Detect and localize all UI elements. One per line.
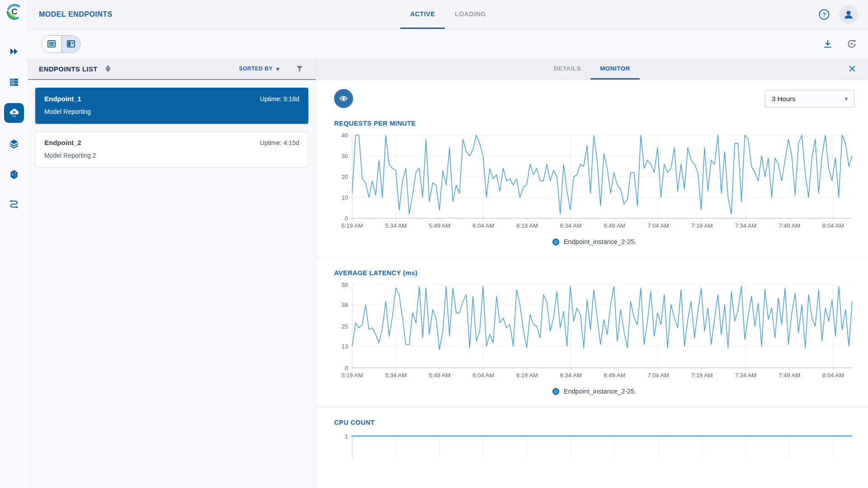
sidebar-item-models[interactable] bbox=[4, 164, 24, 184]
svg-text:6:34 AM: 6:34 AM bbox=[560, 222, 582, 229]
svg-text:7:04 AM: 7:04 AM bbox=[647, 222, 669, 229]
flow-icon bbox=[9, 200, 19, 211]
svg-text:6:49 AM: 6:49 AM bbox=[604, 372, 625, 379]
svg-text:6:34 AM: 6:34 AM bbox=[560, 372, 582, 379]
endpoint-name: Endpoint_2 bbox=[44, 139, 81, 146]
svg-text:13: 13 bbox=[342, 343, 348, 350]
sidebar-item-runs[interactable] bbox=[4, 42, 24, 61]
chart-title-cpu: CPU COUNT bbox=[334, 419, 854, 426]
svg-text:40: 40 bbox=[342, 132, 348, 139]
download-button[interactable] bbox=[823, 39, 833, 49]
server-icon bbox=[9, 77, 19, 88]
legend-dot-icon bbox=[552, 388, 559, 395]
time-range-value: 3 Hours bbox=[772, 95, 796, 103]
svg-text:5:49 AM: 5:49 AM bbox=[429, 372, 451, 379]
sorted-by-dropdown[interactable]: SORTED BY ▾ bbox=[239, 66, 279, 72]
split-view-button[interactable] bbox=[61, 36, 80, 52]
sidebar: C bbox=[0, 0, 28, 488]
tab-details[interactable]: DETAILS bbox=[544, 58, 590, 80]
svg-text:38: 38 bbox=[342, 301, 348, 308]
endpoints-list-title: ENDPOINTS LIST bbox=[39, 65, 98, 73]
svg-text:6:04 AM: 6:04 AM bbox=[472, 372, 494, 379]
sidebar-item-datasets[interactable] bbox=[4, 72, 24, 92]
latency-section: AVERAGE LATENCY (ms) 0132538505:19 AM5:3… bbox=[334, 269, 854, 395]
sort-order-button[interactable] bbox=[104, 65, 112, 73]
monitor-body: 3 Hours ▾ REQUESTS PER MINUTE 0102030405… bbox=[316, 80, 868, 488]
svg-text:8:04 AM: 8:04 AM bbox=[822, 222, 844, 229]
cnvrg-logo-icon: C bbox=[4, 2, 24, 22]
user-avatar[interactable] bbox=[839, 5, 858, 24]
svg-text:1: 1 bbox=[345, 433, 348, 440]
requests-section: REQUESTS PER MINUTE 0102030405:19 AM5:34… bbox=[334, 120, 854, 245]
legend-dot-icon bbox=[552, 239, 559, 245]
svg-text:?: ? bbox=[822, 11, 826, 18]
requests-per-minute-chart: 0102030405:19 AM5:34 AM5:49 AM6:04 AM6:1… bbox=[334, 132, 854, 234]
endpoint-subtitle: Model Reporting 2 bbox=[44, 152, 299, 159]
split-view-icon bbox=[66, 39, 75, 48]
endpoint-card-endpoint-2[interactable]: Endpoint_2 Uptime: 4:15d Model Reporting… bbox=[35, 131, 308, 168]
help-button[interactable]: ? bbox=[818, 9, 830, 20]
svg-text:5:19 AM: 5:19 AM bbox=[341, 222, 363, 229]
endpoints-cards: Endpoint_1 Uptime: 9:18d Model Reporting… bbox=[28, 80, 316, 175]
svg-text:0: 0 bbox=[345, 215, 348, 222]
svg-text:7:49 AM: 7:49 AM bbox=[778, 222, 800, 229]
svg-text:6:19 AM: 6:19 AM bbox=[516, 222, 538, 229]
visibility-button[interactable] bbox=[334, 89, 353, 108]
cloud-gear-icon bbox=[8, 107, 20, 119]
svg-text:5:34 AM: 5:34 AM bbox=[385, 222, 407, 229]
svg-text:6:19 AM: 6:19 AM bbox=[516, 372, 538, 379]
endpoint-uptime: Uptime: 4:15d bbox=[260, 139, 299, 146]
svg-text:30: 30 bbox=[342, 153, 348, 160]
monitor-panel: DETAILS MONITOR bbox=[316, 58, 868, 488]
endpoint-uptime: Uptime: 9:18d bbox=[260, 95, 299, 103]
person-icon bbox=[843, 9, 854, 20]
svg-text:25: 25 bbox=[342, 323, 348, 330]
chart-title-latency: AVERAGE LATENCY (ms) bbox=[334, 269, 854, 277]
svg-text:5:19 AM: 5:19 AM bbox=[341, 372, 363, 379]
legend-label: Endpoint_instance_2-25. bbox=[564, 388, 636, 395]
brain-icon bbox=[9, 169, 19, 180]
svg-text:6:04 AM: 6:04 AM bbox=[472, 222, 494, 229]
svg-text:10: 10 bbox=[342, 194, 348, 201]
svg-text:7:49 AM: 7:49 AM bbox=[778, 372, 800, 379]
tab-monitor[interactable]: MONITOR bbox=[590, 58, 640, 80]
auto-refresh-button[interactable] bbox=[846, 38, 857, 49]
svg-text:5:34 AM: 5:34 AM bbox=[385, 372, 407, 379]
svg-text:7:34 AM: 7:34 AM bbox=[735, 372, 757, 379]
svg-text:C: C bbox=[11, 7, 17, 16]
endpoint-card-endpoint-1[interactable]: Endpoint_1 Uptime: 9:18d Model Reporting bbox=[35, 88, 308, 124]
tab-loading[interactable]: LOADING bbox=[445, 0, 496, 29]
chart-legend: Endpoint_instance_2-25. bbox=[334, 388, 854, 395]
legend-label: Endpoint_instance_2-25. bbox=[564, 238, 636, 245]
list-view-icon bbox=[47, 39, 56, 48]
svg-text:7:19 AM: 7:19 AM bbox=[691, 222, 713, 229]
close-icon bbox=[847, 64, 857, 74]
monitor-controls: 3 Hours ▾ bbox=[334, 89, 854, 108]
endpoint-subtitle: Model Reporting bbox=[44, 108, 299, 115]
app-logo[interactable]: C bbox=[3, 1, 25, 23]
filter-button[interactable] bbox=[296, 65, 304, 73]
svg-text:7:04 AM: 7:04 AM bbox=[647, 372, 669, 379]
sidebar-nav bbox=[4, 42, 24, 215]
toolbar-actions bbox=[823, 38, 857, 49]
tab-active[interactable]: ACTIVE bbox=[400, 0, 445, 29]
sort-icon bbox=[104, 65, 112, 73]
download-icon bbox=[823, 39, 833, 49]
sidebar-item-endpoints[interactable] bbox=[4, 103, 24, 123]
time-range-select[interactable]: 3 Hours ▾ bbox=[765, 90, 854, 108]
funnel-icon bbox=[296, 65, 304, 73]
sidebar-item-layers[interactable] bbox=[4, 134, 24, 154]
sorted-by-label: SORTED BY bbox=[239, 66, 273, 72]
sidebar-item-flows[interactable] bbox=[4, 195, 24, 215]
svg-text:0: 0 bbox=[345, 365, 348, 371]
svg-text:7:34 AM: 7:34 AM bbox=[735, 222, 757, 229]
content-row: ENDPOINTS LIST SORTED BY ▾ bbox=[28, 58, 868, 488]
view-toggle bbox=[42, 35, 80, 53]
svg-text:7:19 AM: 7:19 AM bbox=[691, 372, 713, 379]
eye-icon bbox=[338, 93, 349, 104]
close-button[interactable] bbox=[847, 64, 857, 75]
table-view-button[interactable] bbox=[42, 36, 61, 52]
cpu-section: CPU COUNT 1 bbox=[334, 419, 854, 459]
refresh-pause-icon bbox=[846, 38, 857, 49]
toolbar bbox=[28, 29, 868, 58]
